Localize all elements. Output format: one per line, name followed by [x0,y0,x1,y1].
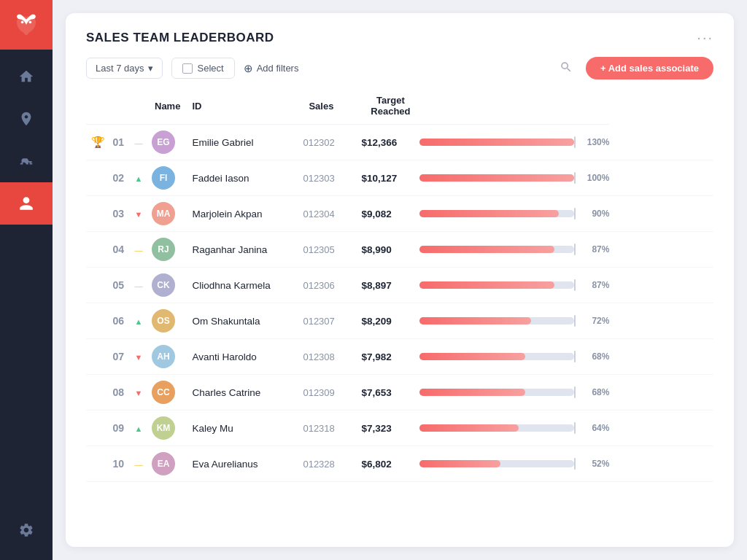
search-button[interactable] [555,56,577,80]
target-marker [574,136,576,148]
avatar: OS [149,303,186,339]
more-row-button[interactable] [656,206,672,222]
associate-target: 72% [419,303,609,339]
delete-button[interactable] [634,420,650,436]
rank-prefix [86,411,107,446]
edit-button[interactable] [609,240,628,259]
add-associate-button[interactable]: + Add sales associate [586,57,713,79]
row-actions-cell [609,232,713,268]
edit-button[interactable] [609,383,628,402]
progress-bar-wrap: 100% [419,173,609,183]
more-row-button[interactable] [656,349,672,365]
more-row-button[interactable] [656,134,672,150]
table-row: 02▲FIFaddei Iason012303$10,127 100% [86,160,713,196]
nav-item-shoe[interactable] [0,140,53,182]
nav-item-home[interactable] [0,55,53,98]
rank-number: 10 [107,446,128,482]
more-options-button[interactable]: ··· [697,29,713,46]
progress-bar-fill [419,246,554,253]
progress-pct-label: 68% [581,351,609,362]
delete-button[interactable] [634,456,650,472]
select-button[interactable]: Select [171,58,235,79]
add-filter-button[interactable]: ⊕ Add filters [244,62,299,75]
plus-circle-icon: ⊕ [244,62,253,75]
progress-bar-bg [419,460,574,467]
edit-button[interactable] [609,276,628,295]
more-row-button[interactable] [656,384,672,400]
trend-indicator: — [128,232,149,268]
progress-bar-bg [419,210,574,217]
edit-button[interactable] [609,454,628,473]
date-filter-button[interactable]: Last 7 days ▾ [86,58,163,79]
target-marker [574,458,576,470]
avatar: MA [149,196,186,232]
associate-sales: $9,082 [361,196,419,232]
card-header: SALES TEAM LEADERBOARD ··· [66,13,734,46]
trend-indicator: ▲ [128,411,149,446]
trend-indicator: ▼ [128,196,149,232]
associate-id: 012318 [303,411,361,446]
more-row-button[interactable] [656,241,672,257]
edit-button[interactable] [609,419,628,438]
associate-name: Marjolein Akpan [186,196,303,232]
row-actions-cell [609,411,713,446]
delete-button[interactable] [634,349,650,365]
sidebar [0,0,53,560]
more-row-button[interactable] [656,170,672,186]
logo[interactable] [0,0,53,50]
progress-bar-bg [419,174,574,182]
edit-button[interactable] [609,168,628,187]
delete-button[interactable] [634,206,650,222]
more-row-button[interactable] [656,277,672,293]
rank-number: 02 [107,160,128,196]
target-marker [574,422,576,434]
progress-bar-fill [419,210,559,217]
edit-button[interactable] [609,311,628,330]
progress-bar-wrap: 68% [419,351,609,362]
associate-target: 68% [419,375,609,411]
associate-name: Cliodhna Karmela [186,268,303,303]
associate-sales: $7,982 [361,339,419,375]
trend-up-icon: ▲ [135,317,143,326]
avatar: EA [149,446,186,482]
delete-button[interactable] [634,277,650,293]
avatar-img: EA [152,452,175,475]
delete-button[interactable] [634,384,650,400]
delete-button[interactable] [634,170,650,186]
progress-bar-wrap: 87% [419,244,609,254]
nav-item-person[interactable] [0,182,53,225]
progress-bar-fill [419,281,554,289]
avatar-img: FI [152,166,175,190]
svg-point-0 [21,21,24,24]
progress-bar-bg [419,424,574,432]
more-row-button[interactable] [656,313,672,329]
associate-sales: $7,653 [361,375,419,411]
trend-indicator: ▲ [128,303,149,339]
row-actions-cell [609,375,713,411]
avatar: FI [149,160,186,196]
delete-button[interactable] [634,313,650,329]
more-row-button[interactable] [656,456,672,472]
associate-name: Emilie Gabriel [186,125,303,160]
delete-button[interactable] [634,241,650,257]
progress-bar-wrap: 87% [419,280,609,290]
edit-button[interactable] [609,347,628,366]
avatar-img: KM [152,416,175,440]
rank-prefix [86,339,107,375]
progress-pct-label: 68% [581,387,609,397]
target-marker [574,279,576,291]
table-row: 06▲OSOm Shakuntala012307$8,209 72% [86,303,713,339]
trophy-icon: 🏆 [86,125,107,160]
avatar-img: EG [152,131,175,154]
more-row-button[interactable] [656,420,672,436]
col-header-name: Name [149,88,186,125]
edit-button[interactable] [609,133,628,152]
nav-item-location[interactable] [0,98,53,140]
associate-target: 90% [419,196,609,232]
nav-item-settings[interactable] [0,509,53,551]
associate-name: Faddei Iason [186,160,303,196]
edit-button[interactable] [609,204,628,223]
associate-name: Charles Catrine [186,375,303,411]
rank-prefix [86,446,107,482]
delete-button[interactable] [634,134,650,150]
